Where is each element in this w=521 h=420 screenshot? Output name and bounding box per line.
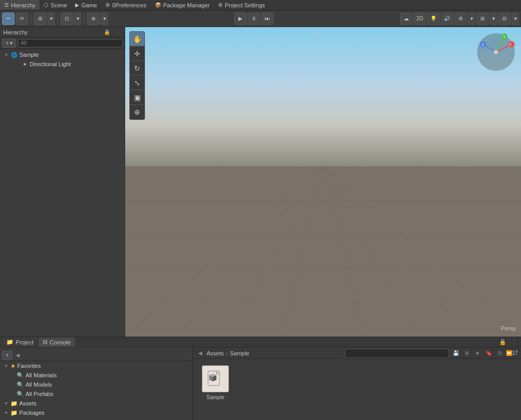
project-item-label-sample: Sample: [207, 394, 224, 400]
svg-line-6: [282, 166, 323, 337]
proj-arrow-favorites: ▼: [4, 364, 10, 368]
toolbar-snap-btn[interactable]: ⊡: [60, 13, 73, 25]
project-search-input[interactable]: [345, 349, 449, 358]
tool-transform-btn[interactable]: ⊕: [130, 105, 144, 119]
tool-move-btn[interactable]: ✛: [130, 46, 144, 61]
proj-item-all-prefabs[interactable]: 🔍 All Prefabs: [0, 389, 192, 399]
toolbar-gizmo-drop-btn[interactable]: ▾: [468, 13, 475, 25]
project-browser: + ◀ ▼ ★ Favorites 🔍 All Materials: [0, 348, 521, 420]
hierarchy-add-btn[interactable]: + ▾: [2, 39, 16, 48]
project-sidebar-scroll: ▼ ★ Favorites 🔍 All Materials 🔍 All Mode…: [0, 361, 192, 418]
hierarchy-lock-btn[interactable]: 🔒: [103, 28, 111, 36]
project-tab-icon: 📁: [6, 339, 14, 345]
toolbar-layout-btn[interactable]: ⊟: [498, 13, 511, 25]
proj-bookmark-btn[interactable]: 🔖: [484, 349, 493, 358]
project-item-sample[interactable]: Sample: [197, 363, 234, 402]
toolbar-pivot-drop-btn[interactable]: ▾: [101, 13, 108, 25]
path-sample[interactable]: Sample: [230, 350, 249, 356]
settings-icon: ⚙: [218, 2, 223, 8]
proj-slider-btn[interactable]: ⊟: [495, 349, 504, 358]
menu-hierarchy[interactable]: ☰ Hierarchy: [0, 0, 40, 10]
pause-btn[interactable]: ⏸: [248, 13, 260, 25]
tool-rotate-btn[interactable]: ↻: [130, 61, 144, 76]
toolbar-grid-btn[interactable]: ⊞: [34, 13, 46, 25]
bottom-tab-icons: 🔒 ⋮: [498, 338, 519, 347]
path-assets[interactable]: Assets: [207, 350, 224, 356]
project-add-btn[interactable]: +: [2, 351, 13, 360]
tool-rect-btn[interactable]: ▣: [130, 90, 144, 105]
tab-project[interactable]: 📁 Project: [2, 338, 38, 347]
proj-item-all-materials[interactable]: 🔍 All Materials: [0, 370, 192, 380]
toolbar-audio-btn[interactable]: 🔊: [441, 13, 453, 25]
menu-scene[interactable]: ⬡ Scene: [40, 0, 71, 10]
top-menu-bar: ☰ Hierarchy ⬡ Scene ▶ Game ⚙ 0 Preferenc…: [0, 0, 521, 10]
search-icon-prefabs: 🔍: [17, 391, 24, 398]
project-lock-btn[interactable]: 🔒: [498, 338, 507, 347]
persp-label: Persp: [501, 325, 516, 331]
menu-package-manager[interactable]: 📦 Package Manager: [151, 0, 214, 10]
toolbar-grid-drop-btn[interactable]: ▾: [47, 13, 55, 25]
proj-layout-btn[interactable]: ⊞: [462, 349, 471, 358]
tab-console[interactable]: ⊟ Console: [39, 338, 75, 347]
proj-item-favorites[interactable]: ▼ ★ Favorites: [0, 361, 192, 370]
proj-item-packages[interactable]: ▼ 📁 Packages: [0, 408, 192, 417]
svg-line-3: [323, 166, 469, 337]
step-btn[interactable]: ⏭: [261, 13, 274, 25]
scene-view[interactable]: ✋ ✛ ↻ ⤡ ▣ ⊕ ≡ X Y: [125, 27, 521, 337]
svg-line-4: [229, 166, 323, 337]
search-icon-materials: 🔍: [17, 372, 24, 379]
package-icon: 📦: [155, 2, 161, 8]
proj-save-btn[interactable]: 💾: [451, 349, 461, 358]
hierarchy-light-icon: ☀: [21, 60, 28, 68]
menu-game[interactable]: ▶ Game: [71, 0, 101, 10]
hierarchy-header-icons: 🔒 ⋮: [103, 28, 122, 36]
scene-tools: ✋ ✛ ↻ ⤡ ▣ ⊕: [129, 31, 145, 120]
toolbar-sep-1: [31, 14, 31, 24]
project-item-icon-sample: [202, 365, 229, 392]
folder-icon-assets: 📁: [10, 400, 18, 407]
hier-item-directional-light[interactable]: ☀ Directional Light: [0, 59, 125, 69]
toolbar-collab-btn[interactable]: ☁: [400, 13, 413, 25]
tool-hand-btn[interactable]: ✋: [130, 32, 144, 46]
svg-line-5: [323, 166, 417, 337]
proj-item-custom-nunit[interactable]: 📁 Custom NUnit: [0, 417, 192, 418]
menu-project-settings[interactable]: ⚙ Project Settings: [214, 0, 269, 10]
toolbar-pivot-btn[interactable]: ⊕: [87, 13, 100, 25]
play-btn[interactable]: ▶: [234, 13, 247, 25]
proj-star-btn[interactable]: ★: [473, 349, 482, 358]
project-more-btn[interactable]: ⋮: [510, 338, 519, 347]
svg-text:Z: Z: [482, 43, 484, 46]
hier-item-sample[interactable]: ▼ 🌐 Sample: [0, 50, 125, 59]
preferences-icon: ⚙: [105, 2, 110, 8]
toolbar-layers-btn[interactable]: ⊞: [476, 13, 489, 25]
toolbar-gizmo-btn[interactable]: ⚙: [454, 13, 467, 25]
hierarchy-tab-label[interactable]: Hierarchy: [3, 29, 28, 35]
svg-text:Y: Y: [503, 35, 506, 39]
toolbar-paint-btn[interactable]: ⟳: [16, 13, 28, 25]
search-icon-models: 🔍: [17, 381, 24, 388]
project-sidebar-collapse-btn[interactable]: ◀: [14, 351, 22, 360]
proj-item-all-models[interactable]: 🔍 All Models: [0, 380, 192, 389]
toolbar-layers-drop-btn[interactable]: ▾: [490, 13, 497, 25]
tool-scale-btn[interactable]: ⤡: [130, 76, 144, 90]
toolbar-snap-drop-btn[interactable]: ▾: [74, 13, 81, 25]
toolbar-light-btn[interactable]: 💡: [427, 13, 440, 25]
hierarchy-search[interactable]: All: [18, 39, 123, 47]
toolbar-pencil-btn[interactable]: ✏: [2, 13, 15, 25]
proj-item-assets[interactable]: ▼ 📁 Assets: [0, 399, 192, 408]
hierarchy-content: ▼ 🌐 Sample ☀ Directional Light: [0, 49, 125, 337]
svg-line-2: [177, 166, 323, 337]
toolbar-layout-drop-btn[interactable]: ▾: [512, 13, 519, 25]
hierarchy-more-btn[interactable]: ⋮: [113, 28, 122, 36]
scene-hamburger-btn[interactable]: ≡: [313, 31, 317, 40]
bottom-tabs: 📁 Project ⊟ Console 🔒 ⋮: [0, 337, 521, 348]
toolbar-2d-btn[interactable]: 2D: [414, 13, 426, 25]
hierarchy-globe-icon: 🌐: [10, 51, 18, 58]
folder-icon-packages: 📁: [10, 410, 18, 416]
project-sidebar-toolbar: + ◀: [0, 350, 192, 361]
path-separator: ›: [226, 350, 228, 356]
menu-preferences[interactable]: ⚙ 0 Preferences: [101, 0, 150, 10]
project-content: Sample: [193, 359, 521, 420]
hier-arrow-sample: ▼: [4, 53, 10, 57]
path-collapse-btn[interactable]: ◀: [196, 349, 204, 357]
